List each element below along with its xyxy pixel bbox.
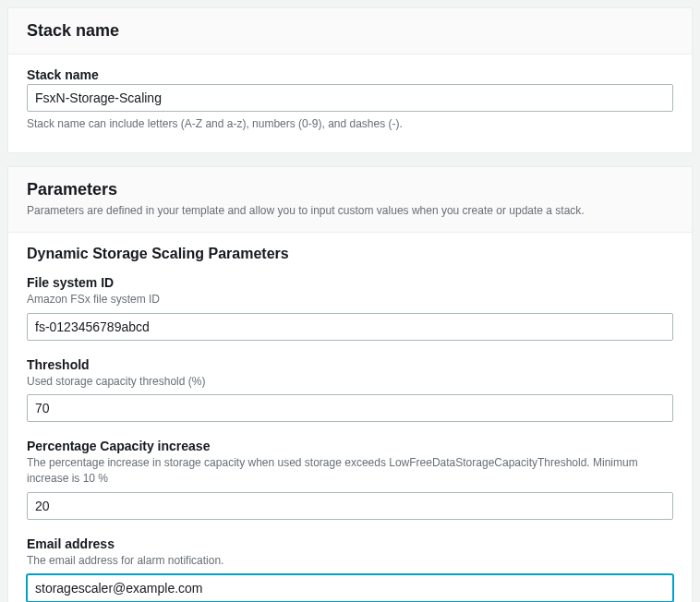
- email-desc: The email address for alarm notification…: [27, 553, 673, 569]
- parameters-title: Parameters: [27, 180, 673, 199]
- file-system-id-desc: Amazon FSx file system ID: [27, 292, 673, 307]
- stack-name-field: Stack name Stack name can include letter…: [27, 67, 673, 130]
- stack-name-label: Stack name: [27, 67, 673, 82]
- dynamic-storage-section-title: Dynamic Storage Scaling Parameters: [27, 246, 673, 262]
- stack-name-panel: Stack name Stack name Stack name can inc…: [7, 7, 693, 153]
- stack-name-body: Stack name Stack name can include letter…: [8, 54, 692, 152]
- threshold-desc: Used storage capacity threshold (%): [27, 374, 673, 390]
- email-field: Email address The email address for alar…: [27, 536, 673, 602]
- email-input[interactable]: [27, 574, 673, 602]
- percentage-increase-field: Percentage Capacity increase The percent…: [27, 439, 673, 520]
- stack-name-title: Stack name: [27, 21, 673, 41]
- parameters-header: Parameters Parameters are defined in you…: [8, 167, 692, 233]
- stack-name-hint: Stack name can include letters (A-Z and …: [27, 117, 673, 130]
- percentage-increase-label: Percentage Capacity increase: [27, 439, 673, 453]
- parameters-panel: Parameters Parameters are defined in you…: [7, 166, 693, 602]
- threshold-label: Threshold: [27, 357, 673, 372]
- email-label: Email address: [27, 536, 673, 551]
- parameters-subtitle: Parameters are defined in your template …: [27, 203, 673, 219]
- file-system-id-field: File system ID Amazon FSx file system ID: [27, 275, 673, 341]
- stack-name-input[interactable]: [27, 84, 673, 112]
- threshold-field: Threshold Used storage capacity threshol…: [27, 357, 673, 423]
- file-system-id-label: File system ID: [27, 275, 673, 290]
- parameters-body: Dynamic Storage Scaling Parameters File …: [8, 233, 692, 602]
- stack-name-header: Stack name: [8, 8, 692, 54]
- threshold-input[interactable]: [27, 394, 673, 422]
- percentage-increase-input[interactable]: [27, 492, 673, 520]
- percentage-increase-desc: The percentage increase in storage capac…: [27, 455, 673, 487]
- file-system-id-input[interactable]: [27, 313, 673, 341]
